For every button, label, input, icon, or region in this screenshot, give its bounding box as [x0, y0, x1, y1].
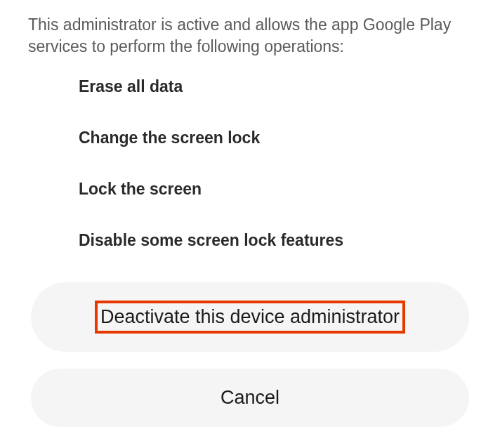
cancel-label: Cancel [221, 387, 279, 408]
operations-list: Erase all data Change the screen lock Lo… [28, 77, 472, 250]
operation-item: Disable some screen lock features [79, 231, 472, 250]
operation-item: Lock the screen [79, 180, 472, 199]
highlight-annotation: Deactivate this device administrator [95, 301, 405, 334]
admin-description: This administrator is active and allows … [28, 14, 472, 58]
button-container: Deactivate this device administrator Can… [28, 282, 472, 427]
deactivate-button[interactable]: Deactivate this device administrator [31, 282, 469, 352]
operation-item: Erase all data [79, 77, 472, 96]
cancel-button[interactable]: Cancel [31, 369, 469, 427]
deactivate-label: Deactivate this device administrator [100, 306, 400, 327]
operation-item: Change the screen lock [79, 129, 472, 147]
